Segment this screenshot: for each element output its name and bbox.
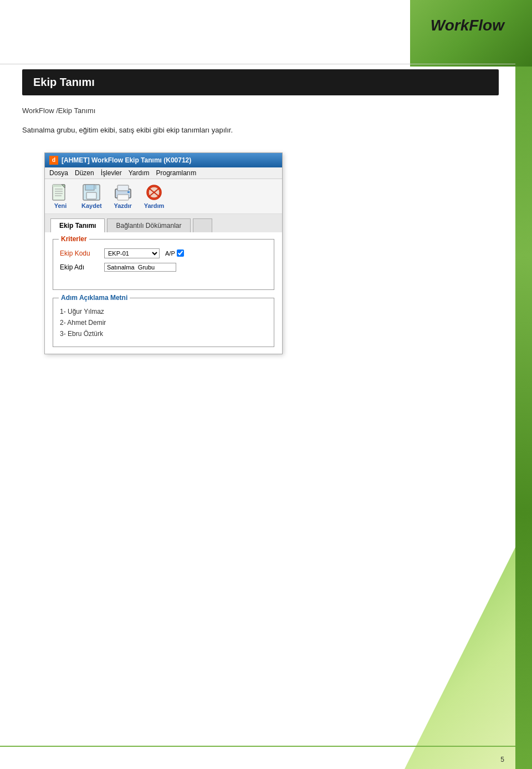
svg-rect-10: [94, 185, 96, 189]
criteria-section: Kriterler Ekip Kodu EKP-01 A/P Ekip Adı …: [53, 239, 274, 290]
window-tabs: Ekip Tanımı Bağlantılı Dökümanlar: [45, 214, 282, 232]
svg-rect-0: [53, 185, 65, 200]
ekip-adi-label: Ekip Adı: [60, 263, 99, 271]
page-header-title: Ekip Tanımı: [33, 76, 95, 88]
svg-rect-12: [117, 185, 129, 191]
toolbar-yazdir-button[interactable]: Yazdır: [113, 184, 133, 209]
svg-rect-8: [85, 185, 94, 190]
top-line: [0, 64, 515, 64]
menu-yardim[interactable]: Yardım: [129, 169, 150, 177]
ekip-kodu-select[interactable]: EKP-01: [104, 248, 160, 258]
members-list: 1- Uğur Yılmaz 2- Ahmet Demir 3- Ebru Öz…: [60, 306, 267, 340]
toolbar-yeni-label: Yeni: [54, 202, 67, 209]
menu-islevler[interactable]: İşlevler: [101, 169, 122, 177]
bottom-line: [0, 746, 515, 747]
toolbar-yardim-button[interactable]: Yardım: [144, 184, 165, 209]
toolbar-kaydet-button[interactable]: Kaydet: [81, 184, 102, 209]
save-icon: [81, 184, 101, 201]
window-app-icon: d: [49, 156, 58, 165]
description-text: Satınalma grubu, eğitim ekibi, satış eki…: [22, 125, 499, 136]
toolbar-yeni-button[interactable]: Yeni: [50, 184, 70, 209]
new-icon: [50, 184, 70, 201]
menu-duzen[interactable]: Düzen: [75, 169, 94, 177]
list-item: 2- Ahmet Demir: [60, 317, 267, 328]
window-menubar: Dosya Düzen İşlevler Yardım Programlarım: [45, 167, 282, 179]
svg-rect-13: [117, 195, 129, 200]
toolbar-yazdir-label: Yazdır: [114, 202, 131, 209]
tab-ekip-tanimi[interactable]: Ekip Tanımı: [50, 218, 105, 232]
main-content: Ekip Tanımı WorkFlow /Ekip Tanımı Satına…: [22, 69, 499, 354]
svg-rect-1: [53, 185, 62, 187]
page-header-bar: Ekip Tanımı: [22, 69, 499, 95]
window-body: Kriterler Ekip Kodu EKP-01 A/P Ekip Adı …: [45, 232, 282, 354]
right-decoration: [515, 0, 532, 769]
window-screenshot: d [AHMET] WorkFlow Ekip Tanımı (K00712) …: [44, 152, 283, 354]
toolbar-kaydet-label: Kaydet: [81, 202, 102, 209]
ekip-adi-input[interactable]: Satınalma Grubu: [104, 263, 176, 272]
ap-label: A/P: [165, 250, 175, 257]
menu-programlarim[interactable]: Programlarım: [156, 169, 197, 177]
window-toolbar: Yeni Kaydet: [45, 179, 282, 214]
window-titlebar: d [AHMET] WorkFlow Ekip Tanımı (K00712): [45, 153, 282, 167]
ap-checkbox[interactable]: [177, 249, 184, 257]
menu-dosya[interactable]: Dosya: [49, 169, 68, 177]
list-item: 1- Uğur Yılmaz: [60, 306, 267, 317]
criteria-legend: Kriterler: [59, 235, 89, 243]
svg-rect-14: [127, 191, 130, 193]
window-title: [AHMET] WorkFlow Ekip Tanımı (K00712): [62, 156, 191, 164]
print-icon: [113, 184, 133, 201]
tab-empty[interactable]: [193, 218, 212, 232]
ekip-adi-row: Ekip Adı Satınalma Grubu: [60, 263, 267, 272]
ap-checkbox-container: A/P: [165, 249, 184, 257]
adim-legend: Adım Açıklama Metni: [59, 294, 130, 302]
ekip-kodu-label: Ekip Kodu: [60, 249, 99, 257]
page-number: 5: [500, 756, 504, 763]
breadcrumb: WorkFlow /Ekip Tanımı: [22, 106, 499, 115]
tab-baglantili-dokumanlar[interactable]: Bağlantılı Dökümanlar: [107, 218, 190, 232]
bottom-right-decoration: [405, 547, 515, 769]
svg-rect-9: [86, 192, 96, 199]
list-item: 3- Ebru Öztürk: [60, 328, 267, 339]
ekip-kodu-row: Ekip Kodu EKP-01 A/P: [60, 248, 267, 258]
workflow-title: WorkFlow: [431, 17, 504, 34]
help-icon: [144, 184, 164, 201]
adim-section: Adım Açıklama Metni 1- Uğur Yılmaz 2- Ah…: [53, 298, 274, 347]
toolbar-yardim-label: Yardım: [144, 202, 165, 209]
